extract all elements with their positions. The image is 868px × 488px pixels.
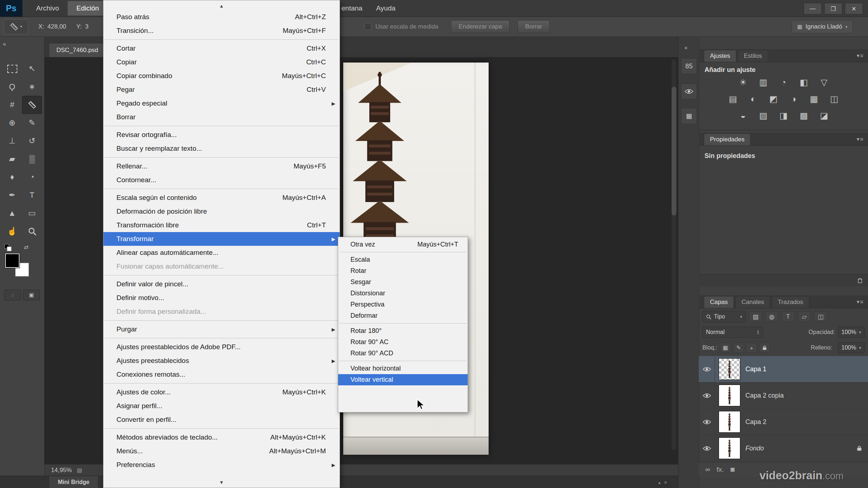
menu-item-preferencias[interactable]: Preferencias▶ [103, 458, 340, 472]
status-menu-icon[interactable]: ≡ [664, 480, 667, 485]
panel-menu-icon[interactable]: ▾≡ [857, 52, 864, 59]
straighten-layer-button[interactable]: Enderezar capa [451, 20, 510, 33]
quick-mask-button[interactable]: ◌ [4, 290, 21, 300]
dock-icon-85[interactable]: 85 [681, 58, 697, 74]
clone-stamp-tool[interactable]: ⊥ [2, 132, 22, 150]
layer-mask-icon[interactable]: ◙ [731, 466, 735, 474]
menu-item-copiar[interactable]: CopiarCtrl+C [103, 55, 340, 69]
rectangular-marquee-tool[interactable] [2, 60, 22, 78]
dodge-tool[interactable]: ◔ [22, 168, 42, 186]
menu-item-transformar[interactable]: Transformar▶ [103, 232, 340, 246]
tab-estilos[interactable]: Estilos [738, 50, 768, 62]
filter-shape-layers-icon[interactable]: ▱ [798, 311, 811, 322]
layer-row-capa-1[interactable]: Capa 1 [699, 356, 868, 382]
blur-tool[interactable]: ♦ [2, 168, 22, 186]
crop-tool[interactable]: # [2, 96, 22, 114]
layer-style-icon[interactable]: fx. [717, 466, 724, 474]
minimize-button[interactable]: — [804, 3, 822, 14]
menu-item-paso-atras[interactable]: Paso atrásAlt+Ctrl+Z [103, 10, 340, 24]
hand-tool[interactable]: ☝ [2, 222, 22, 240]
scrollbar-thumb[interactable] [672, 87, 676, 216]
brush-tool[interactable]: ✎ [22, 114, 42, 132]
curves-icon[interactable]: ◔ [777, 76, 790, 89]
exposure-icon[interactable]: ◧ [797, 76, 810, 89]
menu-item-cortar[interactable]: CortarCtrl+X [103, 42, 340, 55]
filter-smart-object-icon[interactable]: ◫ [814, 311, 827, 322]
menu-item-definir-motivo[interactable]: Definir motivo... [103, 291, 340, 305]
menu-item-voltear-horizontal[interactable]: Voltear horizontal [338, 363, 468, 374]
menu-item-deformacion-de-posicion-libre[interactable]: Deformación de posición libre [103, 205, 340, 218]
menu-item-conexiones-remotas[interactable]: Conexiones remotas... [103, 368, 340, 381]
menu-item-definir-forma-personalizada[interactable]: Definir forma personalizada... [103, 305, 340, 318]
link-layers-icon[interactable]: ∞ [705, 466, 710, 474]
vertical-scrollbar[interactable] [672, 59, 676, 450]
use-measure-scale-checkbox[interactable] [365, 23, 371, 30]
brightness-contrast-icon[interactable]: ☀ [737, 76, 750, 89]
lock-position-icon[interactable]: + [746, 343, 757, 353]
color-lookup-icon[interactable]: ◫ [828, 93, 841, 105]
menu-item-transformacion-libre[interactable]: Transformación libreCtrl+T [103, 218, 340, 232]
ruler-tool[interactable] [22, 96, 42, 114]
fill-field[interactable]: 100% ▾ [838, 342, 865, 353]
menu-item-buscar-y-reemplazar-texto[interactable]: Buscar y reemplazar texto... [103, 142, 340, 155]
filter-type-layers-icon[interactable]: T [782, 311, 795, 322]
menu-item-rotar-90-acd[interactable]: Rotar 90° ACD [338, 348, 468, 359]
layer-visibility-eye-icon[interactable] [699, 382, 715, 408]
panel-menu-icon[interactable]: ▾≡ [857, 136, 864, 142]
lock-all-icon[interactable] [759, 343, 770, 353]
tool-preset-ruler[interactable]: ▾ [4, 19, 28, 34]
clear-button[interactable]: Borrar [518, 20, 550, 33]
collapse-tools-button[interactable]: « [3, 41, 6, 47]
zoom-level[interactable]: 14,95% [51, 467, 72, 474]
menu-item-sesgar[interactable]: Sesgar [338, 277, 468, 288]
layer-thumbnail[interactable] [719, 358, 740, 380]
document-tab[interactable]: DSC_7460.psd [49, 43, 106, 57]
layer-thumbnail[interactable] [719, 385, 740, 406]
mini-bridge-tab[interactable]: Mini Bridge [49, 476, 98, 488]
menu-item-deformar[interactable]: Deformar [338, 310, 468, 321]
status-arrow-icon[interactable]: ▴ [658, 480, 661, 485]
tab-propiedades[interactable]: Propiedades [704, 133, 750, 145]
lock-transparency-icon[interactable]: ▦ [720, 343, 731, 353]
lasso-tool[interactable]: Ϙ [2, 78, 22, 96]
type-tool[interactable]: T [22, 186, 42, 204]
threshold-icon[interactable]: ◨ [777, 110, 790, 122]
filter-adjustment-layers-icon[interactable]: ◍ [765, 311, 778, 322]
channel-mixer-icon[interactable]: ▦ [808, 93, 821, 105]
menu-item-definir-valor-de-pincel[interactable]: Definir valor de pincel... [103, 277, 340, 291]
layer-row-capa-2[interactable]: Capa 2 [699, 409, 868, 435]
menu-item-asignar-perfil[interactable]: Asignar perfil... [103, 399, 340, 413]
menu-item-borrar[interactable]: Borrar [103, 110, 340, 124]
pen-tool[interactable]: ✒ [2, 186, 22, 204]
menu-item-convertir-en-perfil[interactable]: Convertir en perfil... [103, 413, 340, 427]
menu-item-contornear[interactable]: Contornear... [103, 173, 340, 187]
menu-archivo[interactable]: Archivo [27, 1, 68, 16]
menu-item-escala[interactable]: Escala [338, 254, 468, 265]
gradient-map-icon[interactable]: ▩ [797, 110, 810, 122]
layer-visibility-eye-icon[interactable] [699, 356, 715, 382]
menu-item-rotar-90-ac[interactable]: Rotar 90° AC [338, 337, 468, 348]
lock-pixels-icon[interactable]: ✎ [733, 343, 744, 353]
dock-icon-grid[interactable]: ▦ [681, 108, 697, 124]
expand-panels-button[interactable]: « [684, 44, 688, 51]
menu-item-ajustes-preestablecidos-de-adobe-pdf[interactable]: Ajustes preestablecidos de Adobe PDF... [103, 340, 340, 354]
menu-entana[interactable]: entana [341, 0, 362, 17]
menu-item-copiar-combinado[interactable]: Copiar combinadoMayús+Ctrl+C [103, 69, 340, 83]
menu-scroll-up[interactable]: ▲ [103, 1, 340, 10]
trash-icon[interactable] [858, 277, 863, 283]
filter-pixel-layers-icon[interactable]: ▨ [749, 311, 762, 322]
restore-button[interactable]: ❐ [824, 3, 842, 14]
menu-item-fusionar-capas-automaticamente[interactable]: Fusionar capas automáticamente... [103, 260, 340, 273]
menu-item-perspectiva[interactable]: Perspectiva [338, 299, 468, 310]
menu-item-rellenar[interactable]: Rellenar...Mayús+F5 [103, 159, 340, 173]
menu-edicion[interactable]: Edición [68, 1, 107, 16]
invert-icon[interactable]: ◒ [737, 110, 750, 122]
menu-item-otra-vez[interactable]: Otra vezMayús+Ctrl+T [338, 239, 468, 250]
menu-item-revisar-ortografia[interactable]: Revisar ortografía... [103, 128, 340, 142]
tab-trazados[interactable]: Trazados [772, 296, 809, 308]
hue-saturation-icon[interactable]: ▤ [727, 93, 740, 105]
opacity-field[interactable]: 100% ▾ [838, 327, 865, 338]
layer-row-capa-2-copia[interactable]: Capa 2 copia [699, 382, 868, 409]
menu-scroll-down[interactable]: ▼ [103, 478, 340, 487]
menu-item-distorsionar[interactable]: Distorsionar [338, 288, 468, 299]
